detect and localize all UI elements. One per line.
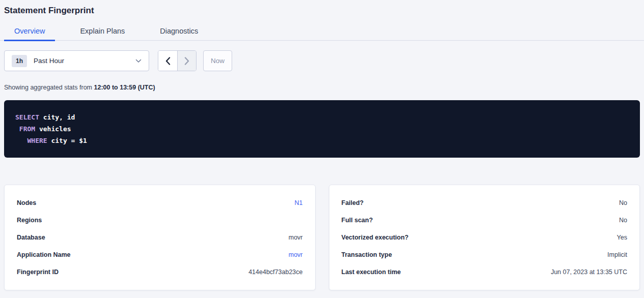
sql-statement-box: SELECT city, id FROM vehicles WHERE city… [4, 100, 640, 158]
row-full-scan: Full scan? No [342, 212, 628, 229]
row-label: Full scan? [342, 217, 373, 224]
tab-overview[interactable]: Overview [4, 23, 55, 41]
statement-fingerprint-page: Statement Fingerprint Overview Explain P… [0, 6, 644, 298]
tab-diagnostics[interactable]: Diagnostics [150, 23, 208, 41]
transaction-type-value: Implicit [607, 251, 627, 258]
caption-prefix: Showing aggregated stats from [4, 84, 94, 91]
chevron-down-icon [135, 59, 142, 63]
sql-keyword: FROM [19, 125, 35, 133]
row-label: Application Name [17, 251, 71, 258]
aggregated-stats-caption: Showing aggregated stats from 12:00 to 1… [4, 84, 640, 91]
last-execution-time-value: Jun 07, 2023 at 13:35 UTC [551, 269, 627, 276]
statement-details-card: Nodes N1 Regions Database movr Applicati… [4, 185, 316, 290]
sql-text: city = $1 [47, 137, 87, 144]
sql-keyword: WHERE [27, 137, 47, 144]
fingerprint-id-value: 414e4bcf73ab23ce [248, 269, 302, 276]
time-range-select[interactable]: 1h Past Hour [4, 50, 149, 71]
row-nodes: Nodes N1 [17, 194, 303, 212]
time-picker-row: 1h Past Hour Now [4, 50, 640, 71]
page-title: Statement Fingerprint [4, 6, 640, 16]
chevron-left-icon [165, 57, 171, 65]
row-label: Transaction type [342, 251, 392, 258]
sql-line: SELECT city, id [15, 111, 629, 123]
failed-value: No [619, 199, 627, 206]
sql-line: WHERE city = $1 [15, 135, 629, 146]
row-failed: Failed? No [342, 194, 628, 212]
row-label: Failed? [342, 199, 364, 206]
row-label: Regions [17, 217, 42, 224]
row-label: Database [17, 234, 45, 241]
summary-cards: Nodes N1 Regions Database movr Applicati… [4, 185, 640, 290]
nodes-link[interactable]: N1 [295, 199, 303, 206]
row-label: Nodes [17, 199, 36, 206]
chevron-right-icon [184, 57, 189, 65]
application-name-link[interactable]: movr [289, 251, 303, 258]
tab-explain-plans[interactable]: Explain Plans [70, 23, 135, 41]
row-transaction-type: Transaction type Implicit [342, 246, 628, 263]
sql-line: FROM vehicles [15, 123, 629, 135]
sql-text: city, id [39, 113, 75, 121]
vectorized-value: Yes [617, 234, 627, 241]
now-button[interactable]: Now [203, 50, 232, 71]
sql-keyword: SELECT [15, 113, 39, 121]
row-regions: Regions [17, 212, 303, 229]
row-database: Database movr [17, 229, 303, 246]
caption-time-range: 12:00 to 13:59 (UTC) [94, 84, 155, 91]
full-scan-value: No [619, 217, 627, 224]
row-last-execution-time: Last execution time Jun 07, 2023 at 13:3… [342, 263, 628, 281]
row-label: Vectorized execution? [342, 234, 409, 241]
database-value: movr [289, 234, 303, 241]
next-interval-button[interactable] [177, 51, 196, 71]
row-application-name: Application Name movr [17, 246, 303, 263]
row-label: Last execution time [342, 269, 401, 276]
tab-bar: Overview Explain Plans Diagnostics [0, 23, 644, 41]
execution-attributes-card: Failed? No Full scan? No Vectorized exec… [329, 185, 640, 290]
row-label: Fingerprint ID [17, 269, 59, 276]
interval-badge: 1h [12, 55, 27, 67]
time-range-label: Past Hour [34, 57, 64, 65]
prev-interval-button[interactable] [158, 51, 177, 71]
row-vectorized: Vectorized execution? Yes [342, 229, 628, 246]
time-nav-group [158, 50, 197, 71]
sql-text: vehicles [35, 125, 71, 133]
row-fingerprint-id: Fingerprint ID 414e4bcf73ab23ce [17, 263, 303, 281]
